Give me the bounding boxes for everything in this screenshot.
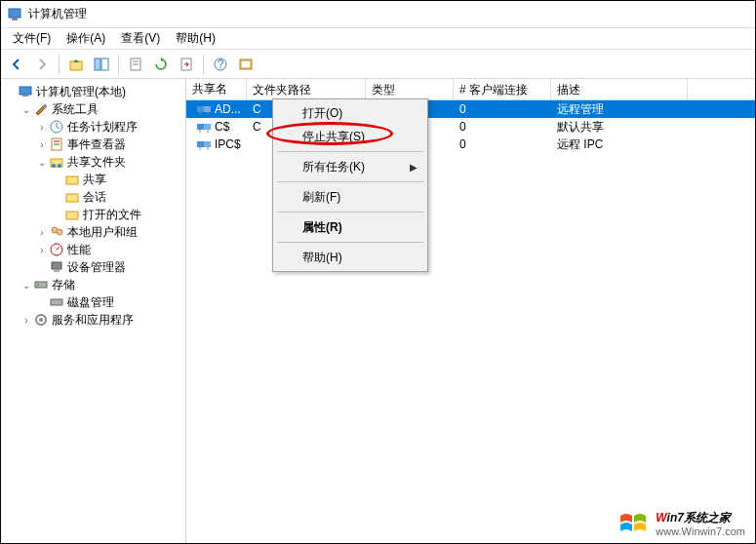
menu-item-all-tasks[interactable]: 所有任务(K)▶: [275, 155, 425, 178]
cell-desc: 默认共享: [551, 119, 688, 136]
help-button[interactable]: ?: [209, 53, 232, 76]
svg-rect-1: [12, 18, 18, 20]
device-icon: [49, 259, 64, 275]
submenu-arrow-icon: ▶: [410, 162, 418, 173]
col-name[interactable]: 共享名: [186, 79, 247, 99]
svg-rect-4: [101, 58, 108, 70]
tree-services[interactable]: ›服务和应用程序: [20, 311, 183, 329]
new-button[interactable]: [234, 53, 258, 76]
forward-button[interactable]: [30, 53, 54, 76]
svg-rect-2: [70, 61, 82, 70]
windows-logo-icon: [618, 510, 650, 537]
tree-sharedfolders[interactable]: ⌄共享文件夹: [36, 153, 183, 171]
svg-rect-38: [197, 124, 204, 130]
tree-pane: 计算机管理(本地) ⌄ 系统工具 ›任务计划程序 ›事件查看器: [1, 79, 186, 543]
tree-root[interactable]: 计算机管理(本地): [5, 83, 183, 100]
tree-shares-label: 共享: [83, 172, 106, 188]
svg-rect-33: [51, 299, 62, 305]
cell-clients: 0: [454, 137, 551, 151]
mi-label: 刷新(F): [302, 189, 340, 206]
svg-rect-41: [204, 141, 211, 147]
menu-separator: [277, 212, 423, 213]
menu-item-stop-sharing[interactable]: 停止共享(S): [275, 125, 425, 148]
tree-systools[interactable]: ⌄ 系统工具: [20, 100, 183, 118]
menu-separator: [277, 151, 423, 152]
svg-rect-24: [66, 194, 78, 202]
expand-icon[interactable]: ›: [20, 314, 32, 326]
col-path[interactable]: 文件夹路径: [247, 79, 366, 99]
svg-point-22: [58, 164, 61, 168]
expand-icon[interactable]: ›: [36, 138, 48, 150]
openfiles-icon: [64, 207, 80, 222]
share-icon: [64, 172, 80, 187]
svg-rect-39: [204, 124, 211, 130]
svg-rect-30: [54, 269, 60, 272]
collapse-icon[interactable]: ⌄: [20, 279, 32, 291]
expand-icon[interactable]: ›: [36, 226, 48, 238]
collapse-icon[interactable]: [5, 86, 17, 97]
svg-point-32: [37, 284, 39, 286]
tree-openfiles[interactable]: 打开的文件: [52, 206, 183, 223]
expand-icon[interactable]: ›: [36, 121, 48, 133]
tree-tasksched[interactable]: ›任务计划程序: [36, 118, 183, 136]
tree-eventvwr[interactable]: ›事件查看器: [36, 136, 183, 153]
col-type[interactable]: 类型: [366, 79, 454, 99]
toolbar-separator-2: [118, 55, 119, 74]
col-desc[interactable]: 描述: [551, 79, 688, 99]
collapse-icon[interactable]: ⌄: [36, 156, 48, 168]
tree-root-label: 计算机管理(本地): [36, 84, 126, 100]
tree-diskmgmt[interactable]: 磁盘管理: [36, 293, 183, 311]
list-header: 共享名 文件夹路径 类型 # 客户端连接 描述: [186, 79, 755, 100]
mi-label: 属性(R): [302, 219, 342, 236]
tree-sessions[interactable]: 会话: [52, 188, 183, 206]
no-expand: [52, 209, 63, 220]
svg-rect-36: [197, 106, 204, 112]
svg-point-21: [52, 164, 56, 168]
up-button[interactable]: [64, 53, 88, 76]
svg-point-35: [39, 318, 43, 322]
cell-name: IPC$: [215, 137, 241, 151]
clock-icon: [49, 119, 64, 135]
watermark-brand: Win7系统之家: [656, 510, 745, 525]
svg-text:?: ?: [218, 58, 224, 71]
expand-icon[interactable]: ›: [36, 244, 48, 255]
collapse-icon[interactable]: ⌄: [20, 103, 32, 115]
back-button[interactable]: [5, 53, 28, 76]
menu-help[interactable]: 帮助(H): [168, 28, 223, 49]
refresh-button[interactable]: [149, 53, 173, 76]
tree-storage-label: 存储: [52, 277, 75, 293]
tree-performance[interactable]: ›性能: [36, 241, 183, 258]
tree-shares[interactable]: 共享: [52, 171, 183, 188]
sessions-icon: [64, 189, 80, 205]
tree-sessions-label: 会话: [83, 189, 106, 206]
menu-action[interactable]: 操作(A): [59, 28, 113, 49]
show-hide-button[interactable]: [90, 53, 113, 76]
no-expand: [36, 296, 48, 308]
menu-item-open[interactable]: 打开(O): [275, 101, 425, 125]
mi-label: 打开(O): [302, 105, 342, 122]
svg-rect-29: [52, 262, 61, 269]
menu-item-properties[interactable]: 属性(R): [275, 215, 425, 239]
titlebar: 计算机管理: [1, 1, 755, 28]
properties-button[interactable]: [124, 53, 147, 76]
no-expand: [36, 261, 48, 273]
svg-rect-40: [197, 141, 204, 147]
svg-rect-31: [35, 282, 47, 288]
tree-devmgr[interactable]: 设备管理器: [36, 258, 183, 276]
tree-localusers-label: 本地用户和组: [67, 224, 138, 241]
cell-name: AD...: [215, 102, 241, 116]
shared-folder-icon: [49, 154, 64, 170]
export-button[interactable]: [175, 53, 198, 76]
col-clients[interactable]: # 客户端连接: [454, 79, 551, 99]
svg-rect-13: [20, 87, 31, 95]
menu-file[interactable]: 文件(F): [5, 28, 59, 49]
menu-view[interactable]: 查看(V): [113, 28, 168, 49]
menu-item-refresh[interactable]: 刷新(F): [275, 185, 425, 209]
tree-localusers[interactable]: ›本地用户和组: [36, 223, 183, 241]
menu-separator: [277, 242, 423, 243]
tree-systools-label: 系统工具: [52, 101, 99, 118]
computer-icon: [18, 84, 33, 99]
mi-label: 停止共享(S): [302, 129, 365, 145]
tree-storage[interactable]: ⌄存储: [20, 276, 183, 293]
menu-item-help[interactable]: 帮助(H): [275, 246, 425, 269]
